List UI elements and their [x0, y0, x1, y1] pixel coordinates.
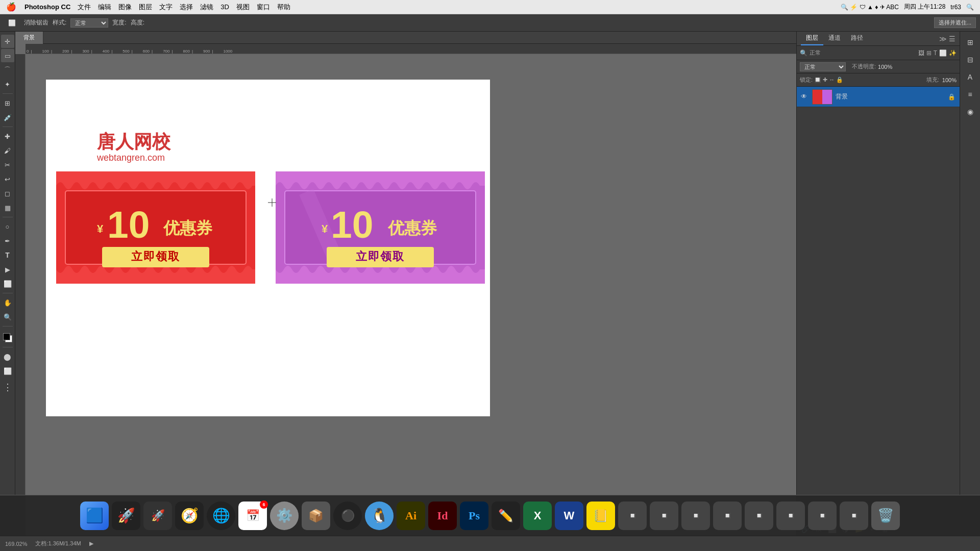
menu-app-name[interactable]: Photoshop CC: [24, 3, 70, 11]
menu-3d[interactable]: 3D: [220, 3, 229, 11]
filter-icon-3[interactable]: T: [934, 49, 937, 57]
document-tab[interactable]: 背景: [15, 32, 43, 44]
tool-dodge[interactable]: ○: [1, 220, 14, 233]
menu-image[interactable]: 图像: [118, 3, 132, 12]
tool-healing[interactable]: ✚: [1, 130, 14, 143]
dock-safari[interactable]: 🧭: [175, 502, 204, 530]
foreground-background-colors[interactable]: [1, 331, 14, 344]
dock-app5[interactable]: 🔲: [713, 502, 742, 530]
tool-option-erase[interactable]: ⬜: [4, 18, 20, 28]
coupon-red-svg: ¥ 10 优惠券 立即领取: [56, 171, 255, 284]
select-mask-button[interactable]: 选择并遮住...: [934, 17, 976, 28]
toolbar-divider-3: [3, 217, 13, 217]
filter-icon-4[interactable]: ⬜: [939, 49, 947, 57]
dock-word[interactable]: W: [555, 502, 583, 530]
canvas-viewport[interactable]: 唐人网校 webtangren.com ¥ 10 优惠券: [26, 54, 796, 536]
panel-btn-text[interactable]: A: [963, 69, 978, 85]
dock-app7[interactable]: 🔲: [776, 502, 805, 530]
zoom-level: 169.02%: [5, 541, 27, 547]
tool-crop[interactable]: ⊞: [1, 96, 14, 110]
dock-app9[interactable]: 🔲: [840, 502, 868, 530]
height-label: 高度:: [131, 18, 144, 27]
dock-app8[interactable]: 🔲: [808, 502, 837, 530]
filter-icon-2[interactable]: ⊞: [926, 49, 932, 57]
dock-app1[interactable]: 📦: [302, 502, 330, 530]
tool-gradient[interactable]: ▦: [1, 201, 14, 214]
dock-indesign[interactable]: Id: [428, 502, 457, 530]
dock-calendar[interactable]: 📅 6: [238, 502, 267, 530]
tool-clone[interactable]: ✂: [1, 158, 14, 171]
dock-obs[interactable]: ⚫: [333, 502, 362, 530]
dock-app3[interactable]: 🔲: [650, 502, 678, 530]
dock-excel[interactable]: X: [523, 502, 552, 530]
tool-move[interactable]: ✛: [1, 35, 14, 48]
layer-item-background[interactable]: 👁 背景 🔒: [797, 87, 960, 107]
dock-system-prefs[interactable]: ⚙️: [270, 502, 299, 530]
tab-channels[interactable]: 通道: [823, 32, 846, 45]
tool-type[interactable]: T: [1, 248, 14, 262]
layer-visibility-icon[interactable]: 👁: [801, 93, 809, 101]
ruler-left: [15, 54, 26, 536]
app1-icon: 📦: [308, 509, 324, 523]
panel-btn-align[interactable]: ≡: [963, 87, 978, 102]
tool-shape[interactable]: ⬜: [1, 277, 14, 290]
style-select[interactable]: 正常 固定比例 固定大小: [70, 18, 108, 28]
tab-paths[interactable]: 路径: [846, 32, 868, 45]
dock-photoshop[interactable]: Ps: [460, 502, 488, 530]
tool-brush[interactable]: 🖌: [1, 144, 14, 157]
tool-eraser[interactable]: ◻: [1, 187, 14, 200]
dock-illustrator[interactable]: Ai: [397, 502, 425, 530]
filter-icon-5[interactable]: ✨: [949, 49, 957, 57]
tool-quick-mask[interactable]: ⬤: [1, 350, 14, 363]
dock-trash[interactable]: 🗑️: [871, 502, 900, 530]
opacity-value: 100%: [878, 64, 892, 70]
ps-top-toolbar[interactable]: ⬜ 消除锯齿 样式: 正常 固定比例 固定大小 宽度: 高度: 选择并遮住...: [0, 14, 980, 32]
tool-marquee[interactable]: ▭: [1, 49, 14, 62]
tool-history[interactable]: ↩: [1, 172, 14, 186]
dock-notes[interactable]: 📒: [586, 502, 615, 530]
status-arrow[interactable]: ▶: [89, 540, 93, 547]
svg-text:¥: ¥: [97, 222, 104, 235]
tool-zoom[interactable]: 🔍: [1, 310, 14, 323]
layers-options-row: 锁定: 🔲 ✚ ↔ 🔒 填充: 100%: [797, 73, 960, 87]
menu-edit[interactable]: 编辑: [98, 3, 111, 12]
dock-app4[interactable]: 🔲: [681, 502, 710, 530]
dock-finder[interactable]: 🟦: [80, 502, 109, 530]
toolbar-divider-6: [3, 347, 13, 347]
dock-app2[interactable]: 🔲: [618, 502, 647, 530]
tool-lasso[interactable]: ⌒: [1, 63, 14, 77]
panel-btn-table[interactable]: ⊟: [963, 52, 978, 67]
menu-select[interactable]: 选择: [180, 3, 193, 12]
filter-icon-1[interactable]: 🖼: [918, 49, 924, 57]
menu-help[interactable]: 帮助: [277, 3, 290, 12]
menu-type[interactable]: 文字: [159, 3, 173, 12]
dock-brush-app[interactable]: ✏️: [492, 502, 520, 530]
menu-layer[interactable]: 图层: [139, 3, 152, 12]
menu-file[interactable]: 文件: [78, 3, 91, 12]
dock-app6[interactable]: 🔲: [745, 502, 773, 530]
tab-layers[interactable]: 图层: [801, 32, 823, 45]
menu-view[interactable]: 视图: [236, 3, 250, 12]
panel-btn-layers[interactable]: ⊞: [963, 35, 978, 50]
safari-icon: 🧭: [181, 507, 199, 524]
blend-mode-select[interactable]: 正常 溶解 正片叠底: [800, 62, 846, 71]
tool-path-select[interactable]: ▶: [1, 263, 14, 276]
tool-pen[interactable]: ✒: [1, 234, 14, 247]
menu-filter[interactable]: 滤镜: [200, 3, 213, 12]
apple-menu[interactable]: 🍎: [6, 2, 16, 12]
tool-more[interactable]: ⋮: [1, 381, 14, 394]
dock-chrome[interactable]: 🌐: [207, 502, 235, 530]
tool-quick-select[interactable]: ✦: [1, 78, 14, 91]
dock: 🟦 🚀 🚀 🧭 🌐 📅 6 ⚙️ 📦 ⚫ 🐧 Ai Id Ps: [0, 495, 980, 536]
tool-screen-mode[interactable]: ⬜: [1, 364, 14, 378]
menubar-search-icon[interactable]: 🔍: [966, 4, 974, 11]
dock-qq[interactable]: 🐧: [365, 502, 394, 530]
layers-panel-expand[interactable]: ≫ ☰: [939, 35, 955, 43]
menu-window[interactable]: 窗口: [257, 3, 270, 12]
tool-hand[interactable]: ✋: [1, 296, 14, 309]
dock-rocket[interactable]: 🚀: [143, 502, 172, 530]
layer-filter-icons: 🖼 ⊞ T ⬜ ✨: [918, 49, 957, 57]
panel-btn-brush[interactable]: ◉: [963, 104, 978, 119]
dock-launchpad[interactable]: 🚀: [112, 502, 140, 530]
tool-eyedropper[interactable]: 💉: [1, 111, 14, 124]
